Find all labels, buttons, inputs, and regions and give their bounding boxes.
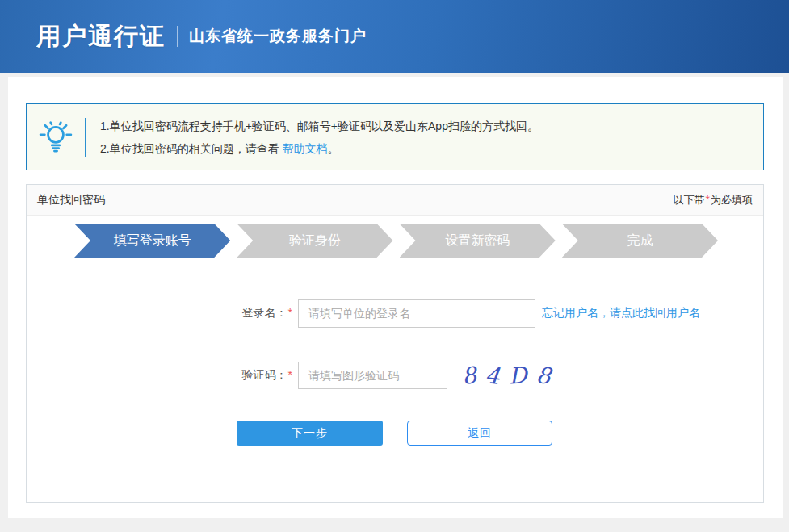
main-content: 1.单位找回密码流程支持手机+验证码、邮箱号+验证码以及爱山东App扫脸的方式找… xyxy=(8,77,783,518)
captcha-char: 8 xyxy=(535,362,552,390)
site-title: 用户通行证 xyxy=(36,20,166,53)
captcha-required-asterisk: * xyxy=(287,368,293,381)
lightbulb-icon xyxy=(39,120,73,154)
notice-text: 1.单位找回密码流程支持手机+验证码、邮箱号+验证码以及爱山东App扫脸的方式找… xyxy=(86,115,539,160)
captcha-char: D xyxy=(508,362,527,389)
step-verify-identity: 验证身份 xyxy=(237,224,392,258)
steps-bar: 填写登录账号 验证身份 设置新密码 完成 xyxy=(74,224,718,258)
site-subtitle: 山东省统一政务服务门户 xyxy=(189,26,367,47)
button-row: 下一步 返回 xyxy=(27,421,763,446)
step-complete: 完成 xyxy=(562,224,718,258)
captcha-label-text: 验证码： xyxy=(242,368,287,381)
login-name-required-asterisk: * xyxy=(287,306,293,319)
header-title-divider xyxy=(177,26,178,47)
notice-line-1: 1.单位找回密码流程支持手机+验证码、邮箱号+验证码以及爱山东App扫脸的方式找… xyxy=(100,115,539,137)
captcha-input[interactable] xyxy=(298,362,447,389)
next-step-button[interactable]: 下一步 xyxy=(237,421,383,446)
required-note: 以下带*为必填项 xyxy=(674,193,753,207)
login-name-row: 登录名：* 忘记用户名，请点此找回用户名 xyxy=(27,299,763,328)
notice-line-2-suffix: 。 xyxy=(328,142,339,155)
captcha-row: 验证码：* 8 4 D 8 xyxy=(27,360,763,391)
notice-line-2: 2.单位找回密码的相关问题，请查看 帮助文档。 xyxy=(100,137,539,160)
notice-line-2-prefix: 2.单位找回密码的相关问题，请查看 xyxy=(100,142,283,155)
step-set-new-password: 设置新密码 xyxy=(400,224,556,258)
page: 用户通行证 山东省统一政务服务门户 xyxy=(0,0,789,532)
panel-header: 单位找回密码 以下带*为必填项 xyxy=(27,185,763,216)
captcha-image[interactable]: 8 4 D 8 xyxy=(459,360,554,391)
header-banner: 用户通行证 山东省统一政务服务门户 xyxy=(0,0,789,73)
login-name-input[interactable] xyxy=(298,299,535,328)
login-name-label: 登录名：* xyxy=(27,306,293,320)
panel-title: 单位找回密码 xyxy=(37,193,105,207)
step-fill-account: 填写登录账号 xyxy=(74,224,230,258)
required-note-suffix: 为必填项 xyxy=(711,194,753,206)
captcha-char: 8 xyxy=(460,361,478,389)
help-doc-link[interactable]: 帮助文档 xyxy=(283,142,328,155)
login-name-label-text: 登录名： xyxy=(242,306,287,319)
notice-box: 1.单位找回密码流程支持手机+验证码、邮箱号+验证码以及爱山东App扫脸的方式找… xyxy=(26,103,764,170)
required-note-prefix: 以下带 xyxy=(674,194,705,206)
required-asterisk: * xyxy=(705,193,711,206)
notice-icon-wrap xyxy=(27,120,85,154)
back-button[interactable]: 返回 xyxy=(407,421,552,446)
captcha-char: 4 xyxy=(484,362,501,390)
password-recovery-panel: 单位找回密码 以下带*为必填项 填写登录账号 验证身份 设置新密码 完成 登录名… xyxy=(26,184,764,503)
captcha-label: 验证码：* xyxy=(27,368,293,383)
forgot-username-link[interactable]: 忘记用户名，请点此找回用户名 xyxy=(542,306,700,320)
